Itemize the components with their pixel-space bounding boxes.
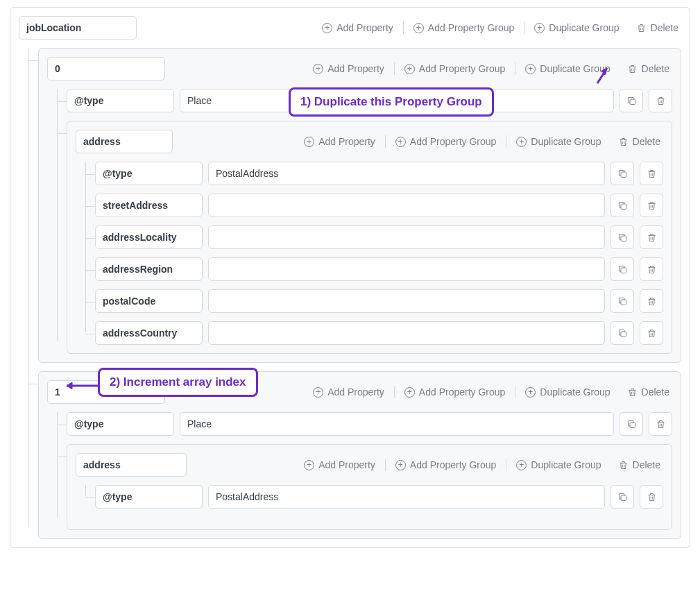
delete-label: Delete bbox=[633, 459, 660, 470]
delete-row-button[interactable] bbox=[640, 485, 663, 509]
property-value-input[interactable] bbox=[180, 412, 614, 436]
svg-rect-4 bbox=[621, 236, 626, 241]
separator bbox=[385, 135, 386, 148]
property-type bbox=[95, 485, 663, 509]
property-value-input[interactable] bbox=[208, 289, 605, 313]
property-value-input[interactable] bbox=[208, 225, 605, 249]
copy-button[interactable] bbox=[611, 257, 634, 281]
property-value-input[interactable] bbox=[208, 257, 605, 281]
group-actions: + Add Property + Add Property Group + Du… bbox=[310, 62, 672, 76]
property-value-input[interactable] bbox=[208, 194, 605, 217]
add-property-group-button[interactable]: + Add Property Group bbox=[393, 135, 500, 148]
property-key-input[interactable] bbox=[67, 412, 174, 436]
delete-row-button[interactable] bbox=[649, 412, 672, 436]
copy-button[interactable] bbox=[611, 225, 634, 249]
plus-icon: + bbox=[525, 387, 536, 398]
property-value-input[interactable] bbox=[208, 485, 605, 509]
property-row bbox=[95, 225, 663, 249]
duplicate-group-button[interactable]: + Duplicate Group bbox=[522, 385, 613, 399]
svg-rect-1 bbox=[630, 99, 635, 105]
plus-icon: + bbox=[313, 387, 323, 398]
separator bbox=[394, 62, 395, 75]
delete-row-button[interactable] bbox=[640, 194, 663, 217]
delete-row-button[interactable] bbox=[640, 321, 663, 345]
delete-row-button[interactable] bbox=[640, 225, 663, 249]
trash-icon bbox=[647, 201, 657, 211]
add-property-button[interactable]: + Add Property bbox=[301, 458, 378, 472]
svg-rect-6 bbox=[621, 300, 626, 305]
group-name-input[interactable] bbox=[76, 453, 187, 477]
property-key-input[interactable] bbox=[95, 225, 203, 249]
copy-button[interactable] bbox=[620, 412, 643, 436]
group-name-input[interactable] bbox=[19, 16, 137, 40]
property-value-input[interactable] bbox=[208, 162, 605, 185]
add-property-button[interactable]: + Add Property bbox=[319, 21, 396, 35]
duplicate-group-label: Duplicate Group bbox=[531, 136, 601, 147]
duplicate-group-button[interactable]: + Duplicate Group bbox=[513, 135, 604, 148]
plus-icon: + bbox=[322, 23, 332, 33]
add-property-group-button[interactable]: + Add Property Group bbox=[411, 21, 518, 35]
group-header: + Add Property + Add Property Group bbox=[76, 130, 663, 153]
copy-button[interactable] bbox=[611, 321, 634, 345]
copy-icon bbox=[617, 232, 628, 243]
arrow-icon bbox=[595, 64, 611, 85]
trash-icon bbox=[647, 296, 657, 307]
copy-button[interactable] bbox=[620, 89, 643, 112]
property-key-input[interactable] bbox=[67, 89, 174, 112]
copy-button[interactable] bbox=[611, 289, 634, 313]
delete-button[interactable]: Delete bbox=[624, 62, 672, 76]
property-row bbox=[95, 162, 663, 185]
copy-icon bbox=[617, 169, 628, 179]
plus-icon: + bbox=[516, 460, 527, 470]
property-key-input[interactable] bbox=[95, 162, 203, 185]
delete-label: Delete bbox=[642, 386, 669, 398]
copy-icon bbox=[617, 328, 628, 339]
add-property-group-label: Add Property Group bbox=[410, 136, 497, 147]
delete-button[interactable]: Delete bbox=[624, 385, 672, 399]
delete-row-button[interactable] bbox=[640, 289, 663, 313]
copy-icon bbox=[626, 96, 637, 106]
plus-icon: + bbox=[404, 387, 415, 398]
add-property-button[interactable]: + Add Property bbox=[301, 135, 378, 148]
add-property-group-button[interactable]: + Add Property Group bbox=[402, 385, 509, 399]
property-key-input[interactable] bbox=[95, 289, 203, 313]
group-actions: + Add Property + Add Property Group bbox=[301, 458, 663, 472]
property-key-input[interactable] bbox=[95, 194, 203, 217]
group-actions: + Add Property + Add Property Group bbox=[301, 135, 663, 148]
plus-icon: + bbox=[313, 64, 323, 74]
delete-button[interactable]: Delete bbox=[615, 135, 663, 148]
duplicate-group-button[interactable]: + Duplicate Group bbox=[513, 458, 604, 472]
plus-icon: + bbox=[525, 64, 536, 74]
add-property-group-label: Add Property Group bbox=[428, 22, 515, 33]
delete-button[interactable]: Delete bbox=[615, 458, 663, 472]
property-value-input[interactable] bbox=[208, 321, 605, 345]
delete-button[interactable]: Delete bbox=[633, 21, 681, 35]
property-addressCountry bbox=[95, 321, 663, 345]
add-property-button[interactable]: + Add Property bbox=[310, 62, 387, 76]
property-key-input[interactable] bbox=[95, 485, 203, 509]
add-property-group-button[interactable]: + Add Property Group bbox=[393, 458, 500, 472]
copy-button[interactable] bbox=[611, 194, 634, 217]
add-property-label: Add Property bbox=[318, 459, 375, 470]
copy-button[interactable] bbox=[611, 485, 634, 509]
delete-label: Delete bbox=[651, 22, 678, 33]
property-addressRegion bbox=[95, 257, 663, 281]
copy-button[interactable] bbox=[611, 162, 634, 185]
property-key-input[interactable] bbox=[95, 321, 203, 345]
duplicate-group-label: Duplicate Group bbox=[531, 459, 601, 470]
duplicate-group-button[interactable]: + Duplicate Group bbox=[531, 21, 622, 35]
property-key-input[interactable] bbox=[95, 257, 203, 281]
add-property-group-button[interactable]: + Add Property Group bbox=[402, 62, 509, 76]
delete-row-button[interactable] bbox=[640, 162, 663, 185]
array-item-1: 2) Increment array index + Add Property … bbox=[38, 371, 681, 539]
delete-row-button[interactable] bbox=[640, 257, 663, 281]
group-name-input[interactable] bbox=[76, 130, 173, 153]
delete-label: Delete bbox=[642, 63, 669, 74]
add-property-label: Add Property bbox=[327, 386, 384, 398]
add-property-button[interactable]: + Add Property bbox=[310, 385, 387, 399]
array-index-input[interactable] bbox=[47, 57, 165, 80]
plus-icon: + bbox=[395, 460, 406, 470]
delete-row-button[interactable] bbox=[649, 89, 672, 112]
property-row: + Add Property + Add Property Group bbox=[67, 444, 672, 530]
arrow-icon bbox=[60, 380, 99, 391]
